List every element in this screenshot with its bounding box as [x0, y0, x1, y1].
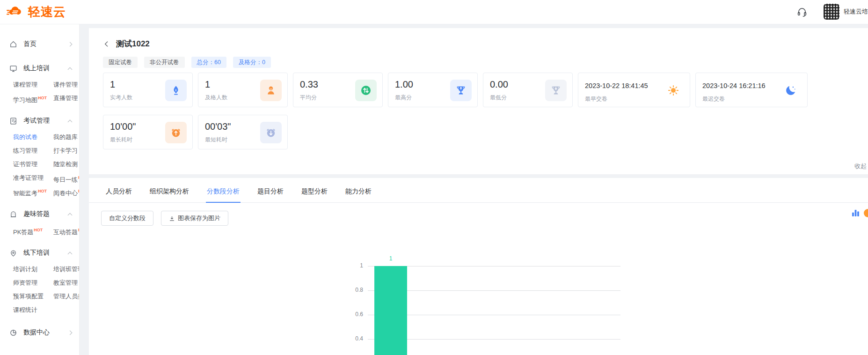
logo-text: 轻速云 [28, 4, 66, 20]
sidebar-submenu: PK答题HOT互动答题HOT [0, 223, 79, 237]
hot-badge: HOT [38, 189, 47, 193]
headset-icon[interactable] [796, 6, 808, 17]
sidebar-item-label: 阅卷中心 [53, 190, 78, 197]
sidebar-item-label: 预算项配置 [13, 293, 44, 300]
sidebar-item-课程统计[interactable]: 课程统计 [13, 303, 53, 317]
title-row: 测试1022 [103, 38, 868, 49]
sidebar-item-互动答题[interactable]: 互动答题HOT [53, 223, 80, 237]
sidebar-item-我的题库[interactable]: 我的题库 [53, 130, 80, 144]
sidebar-item-练习管理[interactable]: 练习管理 [13, 144, 53, 157]
sidebar-item-label: 我的题库 [53, 133, 78, 141]
custom-segment-button[interactable]: 自定义分数段 [101, 211, 153, 226]
sidebar-item-师资管理[interactable]: 师资管理 [13, 276, 53, 289]
stat-card-及格人数: 1及格人数 [198, 73, 288, 107]
stat-card-最迟交卷: 2023-10-24 16:21:16最迟交卷 [695, 73, 808, 107]
sidebar-item-label: 学习地图 [13, 96, 37, 104]
hot-badge: HOT [78, 228, 80, 232]
sidebar-item-直播管理[interactable]: 直播管理 [53, 91, 79, 105]
sidebar-item-学习地图[interactable]: 学习地图HOT [13, 91, 53, 105]
sidebar-section-线下培训[interactable]: 线下培训 [0, 244, 79, 261]
bar-chart-view-icon[interactable] [851, 208, 861, 218]
monitor-icon [9, 65, 17, 73]
sidebar-item-随堂检测[interactable]: 随堂检测 [53, 157, 80, 171]
sidebar-item-管理人员类型[interactable]: 管理人员类型 [53, 289, 80, 303]
page-title: 测试1022 [116, 38, 150, 49]
pie-icon [9, 329, 17, 337]
tab-组织架构分析[interactable]: 组织架构分析 [149, 183, 190, 203]
hot-badge: HOT [78, 175, 80, 180]
sidebar-item-培训计划[interactable]: 培训计划 [13, 262, 53, 276]
app-logo[interactable]: 轻速云 [7, 4, 66, 20]
sidebar-item-每日一练[interactable]: 每日一练HOT [53, 171, 80, 185]
sidebar-section-线上培训[interactable]: 线上培训 [0, 60, 79, 77]
tab-分数段分析[interactable]: 分数段分析 [206, 183, 241, 203]
sidebar-item-准考证管理[interactable]: 准考证管理 [13, 171, 53, 185]
sidebar-group: 线上培训课程管理课件管理学习地图HOT直播管理 [0, 60, 79, 105]
sidebar-item-label: 随堂检测 [53, 161, 78, 168]
home-icon [9, 40, 17, 48]
sidebar-submenu: 课程管理课件管理学习地图HOT直播管理 [0, 78, 79, 105]
tab-题目分析[interactable]: 题目分析 [256, 183, 284, 203]
sidebar-item-label: 准考证管理 [13, 174, 44, 181]
y-axis-tick-label: 0.4 [339, 335, 363, 342]
sidebar-group: 考试管理我的试卷我的题库练习管理打卡学习证书管理随堂检测准考证管理每日一练HOT… [0, 112, 79, 198]
hot-badge: HOT [38, 96, 47, 100]
chevron-up-icon [68, 213, 73, 217]
paper-tag: 非公开试卷 [144, 57, 185, 68]
sidebar-section-label: 数据中心 [23, 328, 50, 337]
exchange-icon [355, 80, 377, 101]
sidebar-section-label: 考试管理 [23, 117, 50, 125]
paper-tag: 总分：60 [191, 57, 226, 68]
sidebar-section-趣味答题[interactable]: 趣味答题 [0, 206, 79, 222]
avatar[interactable] [824, 4, 839, 20]
sidebar-section-考试管理[interactable]: 考试管理 [0, 112, 79, 129]
cloud-logo-icon [7, 4, 25, 20]
stat-cards-row-1: 1实考人数1及格人数0.33平均分1.00最高分0.00最低分2023-10-2… [103, 73, 868, 107]
sidebar-item-我的试卷[interactable]: 我的试卷 [13, 130, 53, 144]
y-axis-tick-label: 0.8 [339, 287, 363, 293]
header-actions: 轻速云培训 [796, 4, 868, 20]
sidebar-item-label: 打卡学习 [53, 147, 78, 154]
sidebar-item-证书管理[interactable]: 证书管理 [13, 157, 53, 171]
tab-能力分析[interactable]: 能力分析 [344, 183, 372, 203]
sidebar-item-预算项配置[interactable]: 预算项配置 [13, 289, 53, 303]
person-icon [260, 80, 282, 101]
sidebar-section-label: 线上培训 [23, 64, 50, 73]
sidebar-item-label: 师资管理 [13, 279, 37, 286]
trophy-up-icon [450, 80, 472, 101]
tab-人员分析[interactable]: 人员分析 [105, 183, 133, 203]
sidebar-submenu: 我的试卷我的题库练习管理打卡学习证书管理随堂检测准考证管理每日一练HOT智能监考… [0, 130, 79, 198]
collapse-label: 收起 [854, 162, 867, 170]
sidebar-item-label: 练习管理 [13, 147, 37, 154]
hot-badge: HOT [34, 228, 43, 232]
sidebar-section-首页[interactable]: 首页 [0, 36, 79, 52]
stat-card-最高分: 1.00最高分 [388, 73, 478, 107]
save-chart-button[interactable]: 图表保存为图片 [161, 211, 228, 226]
tab-题型分析[interactable]: 题型分析 [300, 183, 328, 203]
sidebar-item-智能监考[interactable]: 智能监考HOT [13, 185, 53, 198]
main-content: 测试1022 固定试卷非公开试卷总分：60及格分：0 1实考人数1及格人数0.3… [89, 28, 868, 355]
sidebar-group: 首页 [0, 36, 79, 52]
chevron-up-icon [68, 251, 73, 256]
sidebar-item-培训班管理[interactable]: 培训班管理 [53, 262, 80, 276]
sidebar-item-课件管理[interactable]: 课件管理 [53, 78, 79, 91]
sidebar-item-label: 证书管理 [13, 161, 37, 168]
sidebar-item-阅卷中心[interactable]: 阅卷中心HOT [53, 185, 80, 198]
sidebar-submenu: 培训计划培训班管理师资管理教室管理预算项配置管理人员类型课程统计 [0, 262, 79, 317]
sidebar-item-课程管理[interactable]: 课程管理 [13, 78, 53, 91]
stopwatch-up-icon [165, 122, 187, 143]
sidebar-item-label: 培训计划 [13, 266, 37, 273]
sidebar-item-教室管理[interactable]: 教室管理 [53, 276, 80, 289]
chevron-right-icon [68, 330, 73, 335]
sidebar-item-打卡学习[interactable]: 打卡学习 [53, 144, 80, 157]
sidebar-item-PK答题[interactable]: PK答题HOT [13, 223, 53, 237]
hot-badge: HOT [78, 189, 80, 193]
collapse-toggle[interactable]: 收起 [854, 162, 868, 170]
sidebar-section-数据中心[interactable]: 数据中心 [0, 324, 79, 341]
top-header: 轻速云 轻速云培训 [0, 0, 868, 24]
back-arrow-icon[interactable] [103, 40, 110, 48]
y-axis-tick-label: 0.6 [339, 311, 363, 318]
sidebar-item-label: 课程统计 [13, 306, 37, 313]
stat-cards-row-2: 10'00"最长耗时00'03"最短耗时 [103, 115, 868, 149]
username[interactable]: 轻速云培训 [844, 7, 868, 16]
